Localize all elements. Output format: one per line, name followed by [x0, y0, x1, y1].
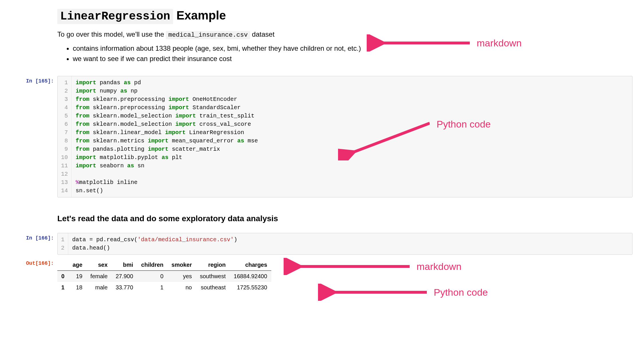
- table-cell: female: [87, 271, 112, 282]
- table-header-row: agesexbmichildrensmokerregioncharges: [57, 259, 271, 271]
- table-column-header: region: [196, 259, 230, 271]
- row-index: 1: [57, 282, 68, 293]
- title-rest: Example: [173, 9, 226, 22]
- table-column-header: age: [68, 259, 86, 271]
- table-cell: no: [168, 282, 196, 293]
- code-area[interactable]: 12 data = pd.read_csv('data/medical_insu…: [57, 233, 633, 255]
- table-column-header: bmi: [112, 259, 137, 271]
- notebook-page: LinearRegression Example To go over this…: [0, 0, 644, 308]
- table-column-header: sex: [87, 259, 112, 271]
- table-row: 118male33.7701nosoutheast1725.55230: [57, 282, 271, 293]
- row-index: 0: [57, 271, 68, 282]
- line-gutter: 1234567891011121314: [58, 76, 72, 197]
- table-row: 019female27.9000yessouthwest16884.92400: [57, 271, 271, 282]
- code-block[interactable]: data = pd.read_csv('data/medical_insuran…: [68, 233, 241, 254]
- table-cell: southwest: [196, 271, 230, 282]
- table-column-header: children: [137, 259, 168, 271]
- table-cell: 0: [137, 271, 168, 282]
- table-cell: 1: [137, 282, 168, 293]
- title-code: LinearRegression: [57, 9, 173, 24]
- markdown-body-2: Let's read the data and do some explorat…: [57, 201, 633, 229]
- bullet-item: we want to see if we can predict their i…: [73, 55, 633, 63]
- table-cell: 1725.55230: [230, 282, 271, 293]
- code-body-1: 1234567891011121314 import pandas as pdi…: [57, 76, 633, 197]
- line-gutter: 12: [58, 233, 68, 254]
- output-body: agesexbmichildrensmokerregioncharges 019…: [57, 258, 633, 293]
- table-cell: 19: [68, 271, 86, 282]
- table-column-header: smoker: [168, 259, 196, 271]
- code-cell-2[interactable]: In [166]: 12 data = pd.read_csv('data/me…: [11, 233, 633, 255]
- bullet-list: contains information about 1338 people (…: [66, 44, 633, 63]
- output-prompt: Out[166]:: [11, 258, 57, 266]
- table-cell: 16884.92400: [230, 271, 271, 282]
- markdown-cell-1: LinearRegression Example To go over this…: [11, 6, 633, 72]
- intro-code: medical_insurance.csv: [166, 31, 250, 39]
- table-body: 019female27.9000yessouthwest16884.924001…: [57, 271, 271, 293]
- code-body-2: 12 data = pd.read_csv('data/medical_insu…: [57, 233, 633, 255]
- table-cell: 33.770: [112, 282, 137, 293]
- table-cell: yes: [168, 271, 196, 282]
- table-cell: male: [87, 282, 112, 293]
- output-cell-1: Out[166]: agesexbmichildrensmokerregionc…: [11, 258, 633, 293]
- table-cell: 18: [68, 282, 86, 293]
- table-cell: southeast: [196, 282, 230, 293]
- markdown-cell-2: Let's read the data and do some explorat…: [11, 201, 633, 229]
- table-column-header: charges: [230, 259, 271, 271]
- markdown-body-1: LinearRegression Example To go over this…: [57, 6, 633, 72]
- input-prompt: In [165]:: [11, 76, 57, 84]
- page-title: LinearRegression Example: [57, 9, 633, 23]
- dataframe-table: agesexbmichildrensmokerregioncharges 019…: [57, 259, 271, 293]
- intro-post: dataset: [250, 30, 274, 38]
- code-cell-1[interactable]: In [165]: 1234567891011121314 import pan…: [11, 76, 633, 197]
- intro-pre: To go over this model, we'll use the: [57, 30, 166, 38]
- bullet-item: contains information about 1338 people (…: [73, 44, 633, 52]
- code-area[interactable]: 1234567891011121314 import pandas as pdi…: [57, 76, 633, 197]
- input-prompt: In [166]:: [11, 233, 57, 241]
- section-heading: Let's read the data and do some explorat…: [57, 214, 633, 223]
- intro-line: To go over this model, we'll use the med…: [57, 30, 633, 39]
- table-cell: 27.900: [112, 271, 137, 282]
- prompt-empty: [11, 201, 57, 203]
- code-block[interactable]: import pandas as pdimport numpy as npfro…: [72, 76, 262, 197]
- prompt-empty: [11, 6, 57, 8]
